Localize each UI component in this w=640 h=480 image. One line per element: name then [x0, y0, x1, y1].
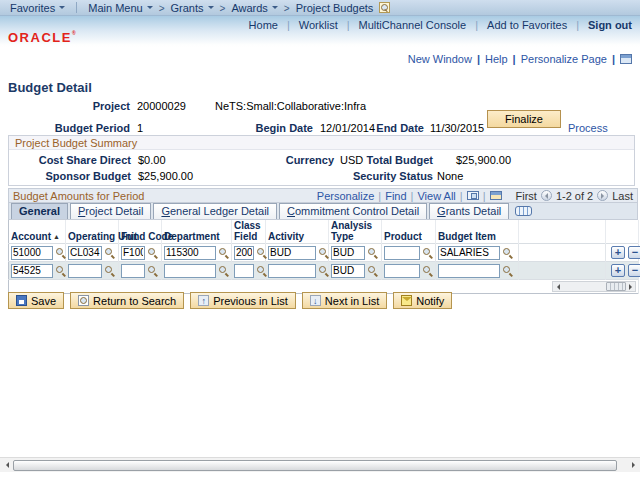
- next-page-icon[interactable]: [597, 190, 608, 201]
- product-input[interactable]: [384, 246, 420, 260]
- budget-item-lookup-icon[interactable]: [502, 265, 513, 276]
- link-separator: [479, 190, 490, 202]
- operating-unit-lookup-icon[interactable]: [104, 265, 115, 276]
- breadcrumb-item-grants[interactable]: Grants: [171, 2, 204, 14]
- favorites-menu[interactable]: Favorites: [10, 2, 55, 14]
- new-window-link[interactable]: New Window: [408, 53, 472, 65]
- account-lookup-icon[interactable]: [55, 247, 66, 258]
- help-link[interactable]: Help: [485, 53, 508, 65]
- zoom-popup-icon[interactable]: [467, 191, 479, 200]
- fund-code-input[interactable]: [121, 246, 145, 260]
- operating-unit-input[interactable]: [68, 264, 102, 278]
- delete-row-button[interactable]: [628, 264, 640, 277]
- column-header-department[interactable]: Department: [162, 220, 232, 244]
- column-header-product[interactable]: Product: [382, 220, 436, 244]
- last-label[interactable]: Last: [612, 190, 633, 202]
- product-lookup-icon[interactable]: [422, 265, 433, 276]
- home-link[interactable]: Home: [249, 19, 278, 31]
- personalize-link[interactable]: Personalize: [317, 190, 374, 202]
- analysis-type-lookup-icon[interactable]: [367, 265, 378, 276]
- budget-item-lookup-icon[interactable]: [502, 247, 513, 258]
- breadcrumb-item-awards[interactable]: Awards: [231, 2, 267, 14]
- operating-unit-input[interactable]: [68, 246, 102, 260]
- activity-lookup-icon[interactable]: [318, 247, 329, 258]
- class-field-input[interactable]: [234, 246, 254, 260]
- analysis-type-lookup-icon[interactable]: [367, 247, 378, 258]
- window-horizontal-scrollbar[interactable]: [0, 457, 640, 472]
- class-field-lookup-icon[interactable]: [256, 265, 267, 276]
- add-to-favorites-link[interactable]: Add to Favorites: [487, 19, 567, 31]
- return-to-search-button[interactable]: Return to Search: [70, 292, 184, 309]
- scroll-right-icon[interactable]: [626, 284, 635, 290]
- scrollbar-thumb[interactable]: [606, 282, 626, 291]
- column-header-actions: [606, 220, 639, 244]
- budget-item-input[interactable]: [438, 264, 500, 278]
- class-field-input[interactable]: [234, 264, 254, 278]
- department-input[interactable]: [164, 246, 216, 260]
- finalize-button[interactable]: Finalize: [487, 110, 561, 128]
- find-link[interactable]: Find: [385, 190, 406, 202]
- activity-input[interactable]: [268, 246, 316, 260]
- column-header-class-field[interactable]: Class Field: [232, 220, 266, 244]
- first-label[interactable]: First: [516, 190, 537, 202]
- chevron-down-icon: [208, 6, 214, 12]
- department-input[interactable]: [164, 264, 216, 278]
- multichannel-console-link[interactable]: MultiChannel Console: [359, 19, 467, 31]
- account-lookup-icon[interactable]: [55, 265, 66, 276]
- add-row-button[interactable]: [611, 264, 625, 277]
- tab-general-ledger-detail[interactable]: General Ledger Detail: [153, 203, 277, 219]
- view-all-link[interactable]: View All: [417, 190, 455, 202]
- download-icon[interactable]: [490, 191, 502, 200]
- table-row: [9, 244, 639, 262]
- activity-lookup-icon[interactable]: [318, 265, 329, 276]
- scroll-left-icon[interactable]: [0, 462, 13, 468]
- fund-code-lookup-icon[interactable]: [147, 265, 158, 276]
- next-in-list-button[interactable]: Next in List: [302, 292, 387, 309]
- scroll-left-icon[interactable]: [553, 284, 562, 290]
- personalize-page-icon[interactable]: [620, 54, 632, 64]
- operating-unit-lookup-icon[interactable]: [104, 247, 115, 258]
- department-lookup-icon[interactable]: [218, 247, 229, 258]
- class-field-lookup-icon[interactable]: [256, 247, 267, 258]
- link-separator: [607, 53, 620, 65]
- account-input[interactable]: [11, 264, 53, 278]
- fund-code-lookup-icon[interactable]: [147, 247, 158, 258]
- previous-page-icon[interactable]: [541, 190, 552, 201]
- column-header-analysis-type[interactable]: Analysis Type: [329, 220, 382, 244]
- product-input[interactable]: [384, 264, 420, 278]
- analysis-type-input[interactable]: [331, 246, 365, 260]
- tab-general[interactable]: General: [11, 203, 68, 219]
- analysis-type-input[interactable]: [331, 264, 365, 278]
- notify-button[interactable]: Notify: [393, 292, 452, 309]
- product-lookup-icon[interactable]: [422, 247, 433, 258]
- account-input[interactable]: [11, 246, 53, 260]
- scrollbar-thumb[interactable]: [13, 460, 617, 471]
- delete-row-button[interactable]: [628, 246, 640, 259]
- budget-item-input[interactable]: [438, 246, 500, 260]
- column-header-budget-item[interactable]: Budget Item: [436, 220, 519, 244]
- tab-commitment-control-detail[interactable]: Commitment Control Detail: [279, 203, 427, 219]
- previous-in-list-button[interactable]: Previous in List: [190, 292, 296, 309]
- return-to-search-icon: [78, 295, 89, 306]
- add-row-button[interactable]: [611, 246, 625, 259]
- main-menu[interactable]: Main Menu: [88, 2, 142, 14]
- search-icon[interactable]: [379, 2, 390, 13]
- save-button[interactable]: Save: [8, 292, 64, 309]
- tab-grants-detail[interactable]: Grants Detail: [429, 203, 509, 219]
- tab-project-detail[interactable]: Project Detail: [70, 203, 151, 219]
- department-lookup-icon[interactable]: [218, 265, 229, 276]
- column-header-fund-code[interactable]: Fund Code: [119, 220, 162, 244]
- project-description: NeTS:Small:Collaborative:Infra: [215, 100, 366, 112]
- column-header-operating-unit[interactable]: Operating Unit: [66, 220, 119, 244]
- sign-out-link[interactable]: Sign out: [588, 19, 632, 31]
- personalize-page-link[interactable]: Personalize Page: [521, 53, 607, 65]
- scroll-right-icon[interactable]: [627, 462, 640, 468]
- grid-horizontal-scrollbar[interactable]: [552, 281, 636, 292]
- fund-code-input[interactable]: [121, 264, 145, 278]
- worklist-link[interactable]: Worklist: [299, 19, 338, 31]
- column-header-activity[interactable]: Activity: [266, 220, 329, 244]
- column-header-account[interactable]: Account: [9, 220, 66, 244]
- show-all-columns-icon[interactable]: [515, 206, 532, 216]
- activity-input[interactable]: [268, 264, 316, 278]
- link-separator: [374, 190, 385, 202]
